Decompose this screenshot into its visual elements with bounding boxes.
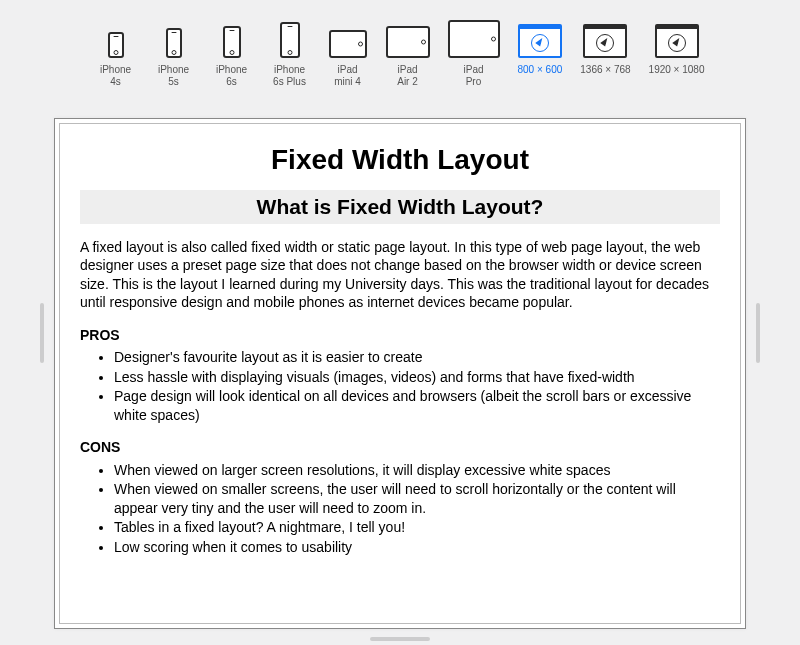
viewport-canvas[interactable]: Fixed Width Layout What is Fixed Width L… [59,123,741,624]
safari-compass-icon [655,14,699,58]
viewport-stage: Fixed Width Layout What is Fixed Width L… [54,118,746,629]
cons-heading: CONS [80,438,720,456]
device-label: 1920 × 1080 [649,64,705,88]
device-presets-bar: iPhone 4s iPhone 5s iPhone 6s iPhone 6s … [0,0,800,94]
tablet-icon [448,14,500,58]
safari-compass-icon [583,14,627,58]
device-iphone-6s[interactable]: iPhone 6s [212,14,252,88]
list-item: When viewed on smaller screens, the user… [114,480,720,517]
device-label: iPhone 6s [216,64,247,88]
list-item: Less hassle with displaying visuals (ima… [114,368,720,386]
list-item: When viewed on larger screen resolutions… [114,461,720,479]
tablet-icon [329,14,367,58]
viewport-canvas-outer: Fixed Width Layout What is Fixed Width L… [54,118,746,629]
device-ipad-air-2[interactable]: iPad Air 2 [386,14,430,88]
resize-handle-left[interactable] [40,303,44,363]
device-label: iPad mini 4 [334,64,361,88]
device-label: iPad Pro [463,64,483,88]
list-item: Page design will look identical on all d… [114,387,720,424]
phone-icon [166,14,182,58]
device-label: iPhone 6s Plus [273,64,306,88]
device-iphone-4s[interactable]: iPhone 4s [96,14,136,88]
safari-compass-icon [518,14,562,58]
device-iphone-5s[interactable]: iPhone 5s [154,14,194,88]
cons-list: When viewed on larger screen resolutions… [80,461,720,556]
device-label: 1366 × 768 [580,64,630,88]
list-item: Tables in a fixed layout? A nightmare, I… [114,518,720,536]
responsive-design-mode: iPhone 4s iPhone 5s iPhone 6s iPhone 6s … [0,0,800,645]
list-item: Low scoring when it comes to usability [114,538,720,556]
resize-handle-right[interactable] [756,303,760,363]
pros-list: Designer's favourite layout as it is eas… [80,348,720,424]
device-resolution-1920x1080[interactable]: 1920 × 1080 [649,14,705,88]
device-label: iPhone 4s [100,64,131,88]
device-label: iPad Air 2 [397,64,418,88]
device-ipad-mini-4[interactable]: iPad mini 4 [328,14,368,88]
device-label: iPhone 5s [158,64,189,88]
phone-icon [108,14,124,58]
device-label: 800 × 600 [518,64,563,88]
pros-heading: PROS [80,326,720,344]
device-ipad-pro[interactable]: iPad Pro [448,14,500,88]
resize-handle-bottom[interactable] [370,637,430,641]
phone-icon [280,14,300,58]
intro-paragraph: A fixed layout is also called fixed widt… [80,238,720,312]
tablet-icon [386,14,430,58]
list-item: Designer's favourite layout as it is eas… [114,348,720,366]
page-title: Fixed Width Layout [80,144,720,176]
device-resolution-800x600[interactable]: 800 × 600 [518,14,563,88]
device-iphone-6s-plus[interactable]: iPhone 6s Plus [270,14,310,88]
device-resolution-1366x768[interactable]: 1366 × 768 [580,14,630,88]
phone-icon [223,14,241,58]
page-subtitle: What is Fixed Width Layout? [80,190,720,224]
